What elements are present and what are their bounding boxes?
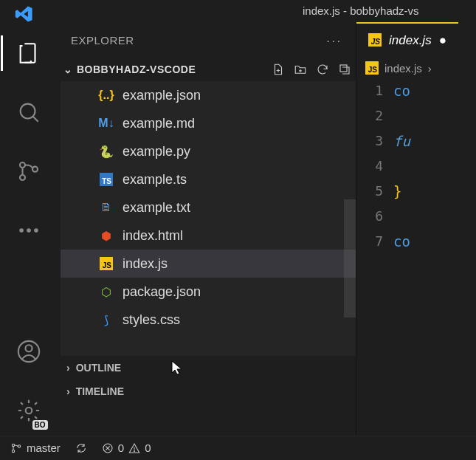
activity-source-control-icon[interactable] <box>11 154 46 189</box>
file-row[interactable]: JS index.js <box>61 250 356 278</box>
file-name: example.ts <box>123 172 187 188</box>
scrollbar[interactable] <box>344 199 356 317</box>
node-icon: ⬡ <box>99 285 114 299</box>
python-icon: 🐍 <box>99 145 114 159</box>
code-token: co <box>393 233 410 250</box>
chevron-right-icon: › <box>428 62 432 75</box>
folder-actions <box>272 63 351 76</box>
file-row[interactable]: ⬢ index.html <box>61 222 356 250</box>
code-content[interactable]: co fu } co <box>393 78 476 254</box>
file-row[interactable]: 🗎 example.txt <box>61 193 356 222</box>
editor-area: JS index.js ● JS index.js › 1 2 3 4 5 6 … <box>356 22 476 436</box>
section-label: TIMELINE <box>76 385 124 397</box>
svg-point-12 <box>12 450 14 452</box>
window-title-bar: index.js - bobbyhadz-vs <box>0 0 476 22</box>
chevron-right-icon: › <box>66 362 70 374</box>
explorer-more-icon[interactable]: ··· <box>326 34 342 47</box>
settings-badge: BO <box>32 420 48 430</box>
error-icon <box>102 442 114 454</box>
svg-point-11 <box>12 444 14 446</box>
status-bar: master 0 0 <box>0 436 476 459</box>
svg-point-3 <box>32 167 37 172</box>
section-label: OUTLINE <box>76 362 121 374</box>
file-list: {..} example.json М↓ example.md 🐍 exampl… <box>61 81 356 356</box>
activity-accounts-icon[interactable] <box>11 334 46 369</box>
warning-count: 0 <box>145 442 151 454</box>
file-name: index.js <box>123 256 168 272</box>
folder-root[interactable]: ⌄ BOBBYHADZ-VSCODE <box>58 58 356 81</box>
line-number: 6 <box>356 204 383 229</box>
css-icon: ⟆ <box>99 313 114 327</box>
file-row[interactable]: {..} example.json <box>61 81 356 109</box>
chevron-right-icon: › <box>66 385 70 397</box>
javascript-icon: JS <box>368 33 382 48</box>
file-name: example.json <box>123 88 201 103</box>
line-number: 5 <box>356 179 383 204</box>
json-icon: {..} <box>99 89 114 102</box>
svg-point-5 <box>27 228 31 233</box>
branch-icon <box>10 442 22 454</box>
breadcrumb-label: index.js <box>384 62 422 75</box>
warning-icon <box>128 442 140 454</box>
vscode-logo <box>15 4 34 26</box>
markdown-icon: М↓ <box>99 117 114 130</box>
line-number: 1 <box>356 78 383 103</box>
tab-dirty-dot: ● <box>439 33 446 48</box>
window-title: index.js - bobbyhadz-vs <box>303 4 419 17</box>
explorer-header: EXPLORER ··· <box>58 22 356 58</box>
refresh-icon[interactable] <box>316 63 329 76</box>
chevron-down-icon: ⌄ <box>63 63 72 75</box>
svg-rect-10 <box>340 65 347 72</box>
typescript-icon: TS <box>99 173 114 186</box>
svg-point-0 <box>20 104 35 119</box>
editor-body[interactable]: 1 2 3 4 5 6 7 co fu } co <box>356 78 476 254</box>
activity-search-icon[interactable] <box>11 95 46 130</box>
error-count: 0 <box>118 442 124 454</box>
file-row[interactable]: ⬡ package.json <box>61 278 356 306</box>
code-token: } <box>393 183 401 199</box>
timeline-section[interactable]: › TIMELINE <box>58 380 356 403</box>
activity-bar: BO <box>0 22 58 436</box>
text-file-icon: 🗎 <box>99 201 114 214</box>
new-file-icon[interactable] <box>272 63 285 76</box>
activity-settings-icon[interactable]: BO <box>11 393 46 428</box>
file-name: styles.css <box>123 312 180 328</box>
status-sync[interactable] <box>75 442 87 454</box>
file-name: example.txt <box>123 200 190 216</box>
line-number: 3 <box>356 128 383 154</box>
file-row[interactable]: ⟆ styles.css <box>61 306 356 334</box>
file-row[interactable]: TS example.ts <box>61 165 356 193</box>
file-name: index.html <box>123 228 183 244</box>
explorer-title: EXPLORER <box>71 34 134 47</box>
status-problems[interactable]: 0 0 <box>102 442 151 454</box>
svg-point-9 <box>25 408 32 414</box>
file-name: package.json <box>123 284 201 300</box>
svg-point-2 <box>19 175 24 180</box>
file-name: example.py <box>123 144 190 159</box>
editor-tab[interactable]: JS index.js ● <box>356 22 458 58</box>
cursor-icon <box>171 360 184 379</box>
branch-name: master <box>27 442 61 454</box>
javascript-icon: JS <box>365 61 379 75</box>
file-row[interactable]: М↓ example.md <box>61 109 356 137</box>
html-icon: ⬢ <box>99 229 114 243</box>
file-row[interactable]: 🐍 example.py <box>61 137 356 165</box>
outline-section[interactable]: › OUTLINE <box>58 356 356 380</box>
new-folder-icon[interactable] <box>294 63 307 76</box>
breadcrumb[interactable]: JS index.js › <box>356 58 476 78</box>
tab-label: index.js <box>389 33 432 48</box>
file-name: example.md <box>123 116 195 131</box>
line-number: 7 <box>356 229 383 254</box>
code-token: fu <box>393 133 410 149</box>
activity-explorer-icon[interactable] <box>11 35 46 71</box>
collapse-all-icon[interactable] <box>338 63 351 76</box>
svg-point-6 <box>34 228 38 233</box>
folder-name: BOBBYHADZ-VSCODE <box>77 63 196 75</box>
editor-tab-bar: JS index.js ● <box>356 22 476 58</box>
activity-more-icon[interactable] <box>11 213 46 248</box>
svg-point-15 <box>134 450 135 451</box>
line-gutter: 1 2 3 4 5 6 7 <box>356 78 393 254</box>
line-number: 4 <box>356 154 383 179</box>
svg-point-1 <box>19 162 24 168</box>
status-branch[interactable]: master <box>10 442 61 454</box>
